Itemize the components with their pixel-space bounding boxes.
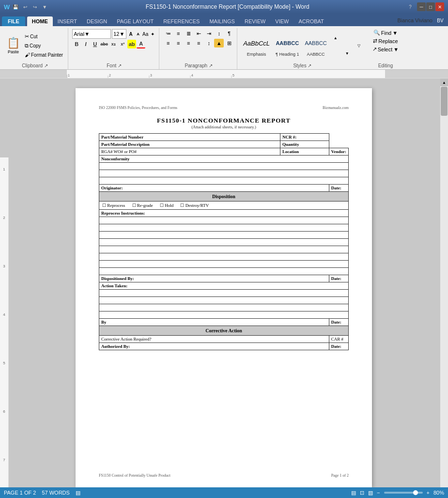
page-header: ISO 22000 FSMS Policies, Procedures, and… [99,106,349,112]
maximize-button[interactable]: □ [426,2,435,11]
shading-button[interactable]: ▲ [214,39,224,47]
format-painter-button[interactable]: 🖌 Format Painter [23,50,65,59]
tab-home[interactable]: HOME [27,16,53,26]
strikethrough-button[interactable]: abc [100,40,108,48]
tab-view[interactable]: VIEW [270,16,294,26]
paste-button[interactable]: 📋 Paste [5,36,22,55]
tab-page-layout[interactable]: PAGE LAYOUT [112,16,158,26]
tab-mailings[interactable]: MAILINGS [204,16,240,26]
highlight-button[interactable]: ab [127,40,136,48]
bold-button[interactable]: B [72,40,81,48]
font-format-row: B I U abc x₂ x² ab A [72,40,145,48]
align-left-button[interactable]: ≡ [163,39,173,47]
select-dropdown[interactable]: ▼ [393,47,399,52]
font-case-button[interactable]: Aa [142,31,149,37]
view-print-layout[interactable]: ▤ [351,490,356,496]
font-color-button[interactable]: A [137,40,145,48]
ncr-cell: NCR #: [280,134,329,141]
dispositioned-by-cell: Dispositioned By: [99,275,329,282]
line-spacing-button[interactable]: ↕ [204,39,214,47]
tab-design[interactable]: DESIGN [82,16,112,26]
font-shrink-button[interactable]: A [135,31,141,37]
borders-button[interactable]: ⊞ [224,39,234,47]
styles-expand[interactable]: ▽ [354,41,364,50]
align-center-button[interactable]: ≡ [173,39,183,47]
superscript-button[interactable]: x² [118,40,127,48]
font-name-selector[interactable]: Arial ▼ [72,29,111,39]
view-full-screen[interactable]: ⊡ [360,490,364,496]
style-emphasis-preview: AaBbCcL [243,34,270,52]
zoom-thumb[interactable] [413,490,418,495]
close-button[interactable]: ✕ [435,2,444,11]
footer-right: Page 1 of 2 [331,473,349,478]
font-size-selector[interactable]: 12 ▼ [112,29,126,39]
zoom-level[interactable]: 80% [433,490,444,496]
regrade-checkbox[interactable]: ☐ Re-grade [132,203,153,208]
dispositioned-date-cell: Date: [329,275,348,282]
underline-button[interactable]: U [91,40,99,48]
help-icon[interactable]: ? [406,3,414,11]
quick-redo[interactable]: ↪ [31,3,39,11]
scroll-up-button[interactable]: ▲ [440,78,448,86]
style-heading1[interactable]: AABBCC ¶ Heading 1 [274,33,301,58]
zoom-slider[interactable] [384,492,423,494]
quick-undo[interactable]: ↩ [21,3,29,11]
font-grow-button[interactable]: A [127,31,134,37]
hold-checkbox[interactable]: ☐ Hold [160,203,173,208]
clear-format-button[interactable]: ✦ [149,31,156,37]
style-emphasis[interactable]: AaBbCcL Emphasis [241,33,272,58]
bullets-button[interactable]: ≔ [163,29,173,38]
vertical-scrollbar[interactable]: ▲ ▼ [440,78,448,497]
reprocess-checkbox[interactable]: ☐ Reprocess [102,203,125,208]
table-row: By Date: [99,319,349,326]
language-icon[interactable]: ▤ [76,490,80,496]
italic-button[interactable]: I [81,40,90,48]
cut-label: Cut [30,34,38,39]
justify-button[interactable]: ≡ [194,39,203,47]
tab-references[interactable]: REFERENCES [158,16,204,26]
minimize-button[interactable]: ─ [417,2,426,11]
styles-scroll-up[interactable]: ▲ [331,33,340,42]
tab-review[interactable]: REVIEW [240,16,270,26]
numbering-button[interactable]: ≡ [173,29,183,38]
quick-save[interactable]: 💾 [12,3,19,11]
zoom-out-button[interactable]: − [377,490,380,496]
table-row: Corrective Action Required? CAR # [99,336,349,343]
cut-button[interactable]: ✂ Cut [23,32,65,41]
tab-file[interactable]: FILE [2,16,25,26]
style-heading2[interactable]: AABBCC AABBCC [303,33,328,58]
scroll-thumb[interactable] [441,87,448,116]
user-info: Bianca Viviano BV [397,15,448,26]
word-page[interactable]: ISO 22000 FSMS Policies, Procedures, and… [76,88,372,487]
tab-acrobat[interactable]: ACROBAT [294,16,328,26]
table-row: Originator: Date: [99,185,349,192]
window-controls: ─ □ ✕ [417,2,444,11]
find-dropdown[interactable]: ▼ [392,30,398,36]
replace-label: Replace [378,38,398,44]
destroy-checkbox[interactable]: ☐ Destroy/RTV [180,203,209,208]
align-right-button[interactable]: ≡ [184,39,193,47]
scroll-track[interactable] [440,86,448,489]
replace-button[interactable]: ⇄ Replace [371,37,400,45]
part-description-cell: Part/Material Description [99,141,280,148]
copy-button[interactable]: ⧉ Copy [23,41,65,50]
tab-insert[interactable]: INSERT [53,16,82,26]
select-button[interactable]: ↗ Select ▼ [371,46,401,53]
multilevel-button[interactable]: ≣ [184,29,193,38]
sort-button[interactable]: ↕ [214,29,224,38]
empty-cell [99,170,349,177]
subscript-button[interactable]: x₂ [109,40,118,48]
increase-indent-button[interactable]: ⇥ [204,29,214,38]
table-row [99,297,349,304]
styles-scroll-down[interactable]: ▼ [342,49,352,58]
ruler-mark-6: 6 [3,409,5,458]
quick-custom[interactable]: ▼ [41,3,48,11]
clipboard-group-content: 📋 Paste ✂ Cut ⧉ Copy 🖌 Format Painter [5,28,65,62]
show-hide-button[interactable]: ¶ [224,29,234,38]
view-web-layout[interactable]: ▧ [368,490,373,496]
decrease-indent-button[interactable]: ⇤ [194,29,203,38]
find-button[interactable]: 🔍 Find ▼ [371,29,400,36]
zoom-in-button[interactable]: + [427,490,430,496]
user-name: Bianca Viviano [397,17,433,23]
vertical-ruler: 1 2 3 4 5 6 7 8 [0,157,9,497]
